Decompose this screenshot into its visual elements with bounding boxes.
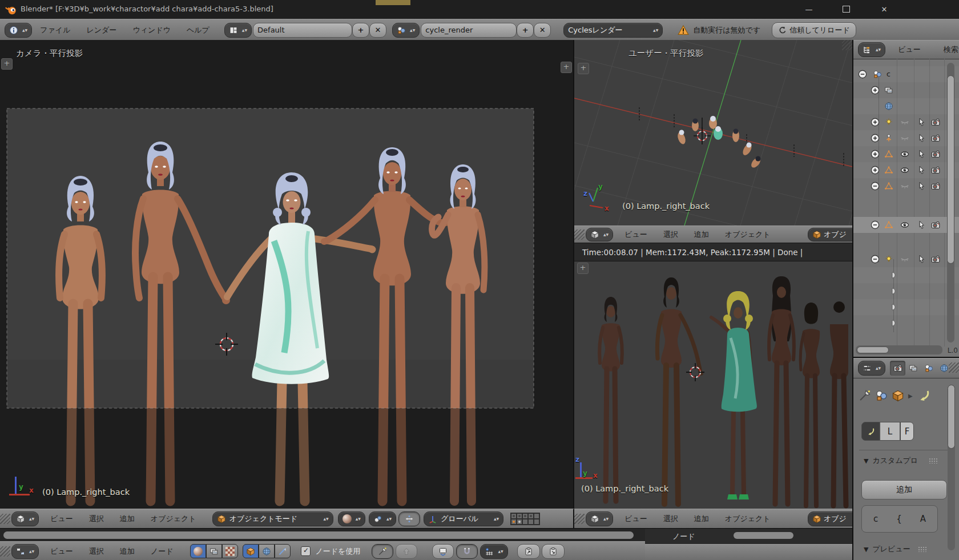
transform-orientation-select[interactable]: グローバル▲▼ bbox=[424, 511, 503, 526]
editor-type-selector[interactable]: ▲▼ bbox=[858, 42, 885, 57]
screen-layout-browse-button[interactable]: ▲▼ bbox=[224, 23, 252, 38]
viewport-shading-select[interactable]: ▲▼ bbox=[338, 511, 365, 526]
preview-panel-header[interactable]: ▼ プレビュー bbox=[864, 544, 927, 554]
header-menu-item[interactable]: オブジェクト bbox=[143, 514, 204, 524]
renderable-camera-icon[interactable] bbox=[931, 166, 940, 175]
outliner-row[interactable] bbox=[853, 82, 959, 98]
scene-name-field[interactable]: cycle_render bbox=[421, 23, 517, 38]
object-cube-icon[interactable] bbox=[892, 389, 904, 402]
selectable-cursor-icon[interactable] bbox=[917, 150, 926, 159]
outliner-row[interactable] bbox=[853, 114, 959, 130]
header-menu-item[interactable]: ビュー bbox=[42, 546, 81, 557]
horizontal-scrollbar[interactable] bbox=[734, 532, 793, 539]
panel-drag-dots[interactable] bbox=[918, 546, 927, 552]
panel-drag-dots[interactable] bbox=[929, 458, 938, 464]
visibility-eye-icon[interactable] bbox=[900, 166, 909, 175]
scene-browse-button[interactable]: ▲▼ bbox=[392, 23, 420, 38]
outliner-row[interactable] bbox=[853, 299, 959, 315]
plus-expand-icon[interactable] bbox=[871, 134, 880, 143]
outliner-search-menu[interactable]: 検索 bbox=[936, 45, 959, 55]
use-nodes-checkbox[interactable]: ✓ bbox=[301, 546, 311, 556]
render-layers-tab[interactable] bbox=[905, 361, 921, 376]
custom-property-value[interactable]: c bbox=[873, 514, 878, 524]
trust-reload-button[interactable]: 信頼してリロード bbox=[772, 22, 856, 38]
header-menu-item[interactable]: 追加 bbox=[112, 514, 143, 524]
world-context-button[interactable] bbox=[259, 544, 275, 558]
corner-resize-grip[interactable] bbox=[574, 229, 585, 240]
interaction-mode-select[interactable]: オブジェクトモード▲▼ bbox=[212, 511, 333, 526]
outliner-row[interactable] bbox=[853, 178, 959, 194]
selectable-cursor-icon[interactable] bbox=[917, 134, 926, 143]
pin-button[interactable] bbox=[372, 544, 393, 559]
layers-widget[interactable] bbox=[510, 513, 540, 525]
paste-nodes-button[interactable] bbox=[542, 544, 565, 559]
layer-cell[interactable] bbox=[517, 519, 522, 525]
minus-expand-icon[interactable] bbox=[871, 220, 880, 229]
render-engine-select[interactable]: Cyclesレンダー▲▼ bbox=[563, 23, 663, 38]
corner-resize-grip[interactable] bbox=[0, 514, 10, 524]
outliner-row[interactable] bbox=[853, 130, 959, 146]
header-menu-item[interactable]: 選択 bbox=[655, 514, 686, 524]
close-button[interactable]: ✕ bbox=[871, 0, 897, 18]
selectable-cursor-icon[interactable] bbox=[917, 220, 926, 229]
go-parent-node-button[interactable] bbox=[396, 544, 417, 559]
copy-nodes-button[interactable] bbox=[517, 544, 540, 559]
outliner-row[interactable] bbox=[853, 283, 959, 299]
outliner-item-label[interactable]: c bbox=[887, 70, 890, 78]
editor-type-selector[interactable]: ▲▼ bbox=[11, 511, 39, 526]
minimize-button[interactable]: — bbox=[796, 0, 822, 18]
camera-3d-viewport[interactable]: カメラ・平行投影 + + y x (0) Lamp._right_back bbox=[0, 40, 574, 509]
selectable-cursor-icon[interactable] bbox=[917, 255, 926, 264]
user-3d-viewport[interactable]: ユーザー・平行投影 + y z x (0) Lamp._right_back bbox=[574, 40, 852, 225]
visibility-eye-icon[interactable] bbox=[900, 220, 909, 229]
outliner-row[interactable]: c bbox=[853, 66, 959, 82]
renderable-camera-icon[interactable] bbox=[931, 220, 940, 229]
selectable-cursor-icon[interactable] bbox=[917, 118, 926, 127]
vertical-scrollbar-thumb[interactable] bbox=[948, 385, 955, 449]
layer-cell[interactable] bbox=[528, 519, 534, 525]
render-preview-canvas[interactable] bbox=[574, 261, 852, 509]
outliner-row[interactable] bbox=[853, 315, 959, 331]
panel-expand-plus-icon[interactable]: + bbox=[577, 263, 589, 274]
header-menu-item[interactable]: ノード bbox=[143, 546, 182, 557]
layer-cell[interactable] bbox=[522, 519, 528, 525]
arc-arrow-icon[interactable] bbox=[917, 389, 930, 402]
header-menu-item[interactable]: ビュー bbox=[616, 514, 655, 524]
layer-cell[interactable] bbox=[517, 513, 522, 519]
corner-resize-grip[interactable] bbox=[842, 40, 852, 50]
renderable-camera-icon[interactable] bbox=[931, 150, 940, 159]
minus-expand-icon[interactable] bbox=[858, 70, 867, 79]
custom-properties-panel-header[interactable]: ▼ カスタムプロ bbox=[864, 456, 938, 466]
minus-expand-icon[interactable] bbox=[871, 182, 880, 191]
corner-resize-grip[interactable] bbox=[949, 362, 959, 373]
snap-toggle-button[interactable] bbox=[456, 544, 478, 559]
panel-expand-plus-icon[interactable]: + bbox=[578, 63, 589, 74]
layer-cell[interactable] bbox=[528, 513, 534, 519]
corner-resize-grip[interactable] bbox=[574, 514, 585, 524]
header-menu-item[interactable]: 追加 bbox=[686, 229, 717, 240]
outliner-row[interactable] bbox=[853, 146, 959, 162]
add-custom-property-button[interactable]: 追加 bbox=[861, 480, 947, 499]
layer-cell-active[interactable] bbox=[511, 519, 517, 525]
link-button[interactable]: L bbox=[880, 422, 900, 441]
texture-nodes-button[interactable] bbox=[222, 544, 238, 558]
top-menu-item[interactable]: レンダー bbox=[78, 25, 124, 35]
visibility-eye-icon[interactable] bbox=[900, 134, 909, 143]
selectable-cursor-icon[interactable] bbox=[917, 166, 926, 175]
delete-scene-button[interactable]: ✕ bbox=[534, 23, 551, 38]
panel-expand-plus-icon[interactable]: + bbox=[1, 58, 13, 70]
lamp-nodes-button[interactable] bbox=[206, 544, 222, 558]
visibility-eye-icon[interactable] bbox=[900, 150, 909, 159]
scene-icon[interactable] bbox=[875, 389, 888, 402]
plus-expand-icon[interactable] bbox=[871, 118, 880, 127]
pin-icon[interactable] bbox=[859, 389, 871, 402]
arc-arrow-button[interactable] bbox=[861, 422, 880, 441]
renderable-camera-icon[interactable] bbox=[931, 182, 940, 191]
header-menu-item[interactable]: ビュー bbox=[42, 514, 81, 524]
corner-resize-grip[interactable] bbox=[0, 546, 10, 557]
selectable-cursor-icon[interactable] bbox=[917, 182, 926, 191]
outliner-row[interactable] bbox=[853, 162, 959, 178]
maximize-button[interactable] bbox=[833, 0, 859, 18]
add-layout-button[interactable]: + bbox=[352, 23, 369, 38]
custom-property-value[interactable]: { bbox=[896, 514, 902, 524]
